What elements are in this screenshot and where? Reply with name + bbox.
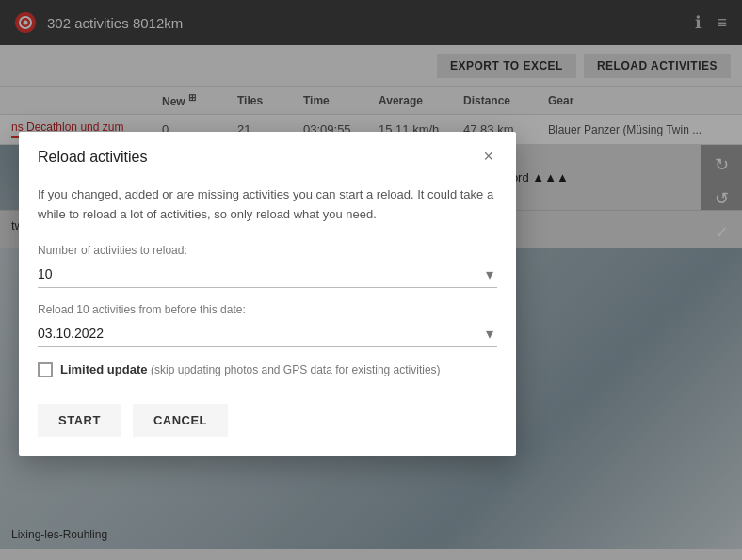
date-label: Reload 10 activities from before this da… <box>38 303 497 316</box>
date-input[interactable] <box>38 320 497 347</box>
date-input-wrap: ▾ <box>38 320 497 347</box>
modal-description: If you changed, added or are missing act… <box>38 185 497 225</box>
modal-header: Reload activities × <box>19 132 516 178</box>
checkbox-label: Limited update (skip updating photos and… <box>60 362 441 376</box>
cancel-button[interactable]: CANCEL <box>133 404 228 437</box>
start-button[interactable]: START <box>38 404 121 437</box>
date-group: Reload 10 activities from before this da… <box>38 303 497 347</box>
num-activities-select-wrap: 10 5 20 50 100 All ▾ <box>38 261 497 288</box>
limited-update-row: Limited update (skip updating photos and… <box>38 362 497 377</box>
modal-body: If you changed, added or are missing act… <box>19 178 516 456</box>
num-activities-label: Number of activities to reload: <box>38 244 497 257</box>
modal-actions: START CANCEL <box>38 396 497 437</box>
modal-close-button[interactable]: × <box>479 147 497 167</box>
reload-modal: Reload activities × If you changed, adde… <box>19 132 516 456</box>
checkbox-note: (skip updating photos and GPS data for e… <box>151 363 441 376</box>
num-activities-select[interactable]: 10 5 20 50 100 All <box>38 261 497 288</box>
modal-overlay: Reload activities × If you changed, adde… <box>0 0 742 560</box>
num-activities-group: Number of activities to reload: 10 5 20 … <box>38 244 497 288</box>
limited-update-checkbox[interactable] <box>38 362 53 377</box>
modal-title: Reload activities <box>38 149 148 166</box>
